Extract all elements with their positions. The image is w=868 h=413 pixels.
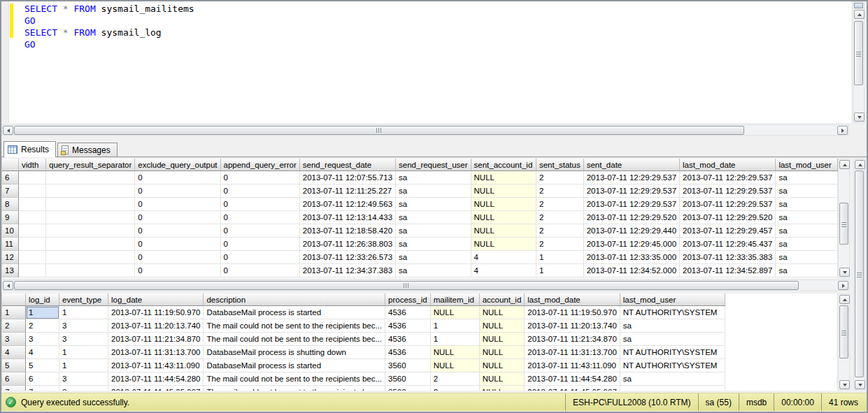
row-header[interactable]: 6 — [2, 171, 19, 184]
grid-cell[interactable]: 2013-07-11 11:43:11.090 — [525, 359, 620, 372]
grid-cell[interactable]: 2013-07-11 12:29:29.537 — [584, 198, 680, 211]
grid-cell[interactable]: NULL — [431, 306, 480, 319]
grid-cell[interactable]: DatabaseMail process is started — [204, 306, 385, 319]
grid-cell[interactable] — [46, 171, 135, 184]
grid-cell[interactable]: 7 — [26, 386, 59, 391]
column-header[interactable]: log_date — [108, 294, 204, 306]
grid-cell[interactable]: 2013-07-11 12:29:29.537 — [584, 184, 680, 198]
grid-cell[interactable]: 4536 — [385, 306, 431, 319]
grid-cell[interactable]: 3 — [59, 372, 108, 386]
grid-cell[interactable]: sa — [776, 198, 838, 211]
grid-cell[interactable]: sa — [620, 333, 725, 346]
grid-cell[interactable] — [46, 184, 135, 198]
grid-cell[interactable]: 0 — [135, 198, 220, 211]
scroll-up-button[interactable] — [854, 10, 865, 19]
grid-cell[interactable]: 2013-07-11 11:21:34.870 — [525, 333, 620, 346]
grid-cell[interactable]: 0 — [221, 238, 300, 251]
editor-vertical-scrollbar[interactable] — [853, 1, 865, 123]
row-header[interactable]: 3 — [2, 333, 26, 346]
scrollbar-thumb[interactable] — [839, 203, 848, 245]
scrollbar-thumb[interactable] — [14, 281, 799, 290]
grid-corner-cell[interactable] — [2, 294, 26, 306]
grid-cell[interactable]: 2013-07-11 11:20:13.740 — [525, 319, 620, 333]
grid-cell[interactable]: 4536 — [385, 319, 431, 333]
grid-cell[interactable]: 2013-07-11 11:31:13.700 — [525, 346, 620, 359]
grid-cell[interactable]: 2013-07-11 12:34:52.897 — [680, 264, 776, 277]
grid-cell[interactable]: The mail could not be sent to the recipi… — [204, 333, 385, 346]
row-header[interactable]: 8 — [2, 198, 19, 211]
grid-cell[interactable]: 0 — [221, 211, 300, 224]
grid-cell[interactable]: 2013-07-11 12:29:29.520 — [584, 211, 680, 224]
grid-cell[interactable]: NT AUTHORITY\SYSTEM — [620, 346, 725, 359]
grid-cell[interactable]: 4536 — [385, 333, 431, 346]
scroll-down-button[interactable] — [855, 380, 865, 389]
editor-splitter-handle[interactable] — [854, 3, 863, 8]
grid-cell[interactable]: The mail could not be sent to the recipi… — [204, 386, 385, 391]
grid-cell[interactable] — [19, 264, 46, 277]
grid-cell[interactable] — [19, 198, 46, 211]
grid-cell[interactable]: 2013-07-11 12:07:55.713 — [300, 171, 396, 184]
grid-cell[interactable]: 3 — [59, 319, 108, 333]
scroll-right-button[interactable] — [837, 126, 848, 135]
grid-cell[interactable]: sa — [620, 372, 725, 386]
scroll-left-button[interactable] — [3, 281, 13, 290]
grid-cell[interactable]: sa — [776, 171, 838, 184]
grid-cell[interactable]: DatabaseMail process is shutting down — [204, 346, 385, 359]
grid-cell[interactable]: 3560 — [385, 372, 431, 386]
grid-cell[interactable] — [19, 238, 46, 251]
grid-cell[interactable]: 0 — [221, 184, 300, 198]
grid-cell[interactable]: 2013-07-11 11:44:54.280 — [525, 372, 620, 386]
log-grid-vertical-scrollbar[interactable] — [838, 294, 850, 391]
grid-cell[interactable]: 2013-07-11 12:29:45.437 — [680, 238, 776, 251]
grid-cell[interactable]: sa — [776, 224, 838, 238]
sql-editor-pane[interactable]: SELECT * FROM sysmail_mailitemsGOSELECT … — [1, 1, 851, 123]
grid-cell[interactable]: 1 — [536, 251, 584, 264]
grid-cell[interactable]: 2013-07-11 11:31:13.700 — [108, 346, 204, 359]
scroll-right-button[interactable] — [838, 281, 848, 290]
grid-cell[interactable]: sa — [776, 264, 838, 277]
grid-cell[interactable]: 2013-07-11 11:45:05.997 — [525, 386, 620, 391]
grid-cell[interactable]: 4 — [471, 264, 536, 277]
grid-cell[interactable]: 0 — [135, 224, 220, 238]
grid-cell[interactable]: 2013-07-11 12:33:35.000 — [584, 251, 680, 264]
grid-cell[interactable]: The mail could not be sent to the recipi… — [204, 319, 385, 333]
grid-cell[interactable] — [46, 211, 135, 224]
grid-cell[interactable]: 3 — [59, 333, 108, 346]
grid-cell[interactable]: 1 — [59, 359, 108, 372]
grid-cell[interactable]: The mail could not be sent to the recipi… — [204, 372, 385, 386]
grid-cell[interactable] — [46, 264, 135, 277]
column-header[interactable]: sent_account_id — [471, 159, 536, 171]
grid-cell[interactable]: sa — [396, 211, 471, 224]
grid-cell[interactable]: 2013-07-11 11:21:34.870 — [108, 333, 204, 346]
column-header[interactable]: sent_date — [584, 159, 680, 171]
sql-editor-text[interactable]: SELECT * FROM sysmail_mailitemsGOSELECT … — [24, 3, 194, 50]
grid-cell[interactable]: 2013-07-11 12:26:38.803 — [300, 238, 396, 251]
grid-cell[interactable]: 2 — [536, 211, 584, 224]
column-header[interactable]: account_id — [480, 294, 525, 306]
grid-cell[interactable]: 2013-07-11 12:29:29.537 — [680, 171, 776, 184]
grid-cell[interactable] — [46, 251, 135, 264]
column-header[interactable]: last_mod_date — [680, 159, 776, 171]
grid-cell[interactable]: sa — [620, 319, 725, 333]
grid-cell[interactable]: 2013-07-11 12:12:49.563 — [300, 198, 396, 211]
grid-cell[interactable]: 2013-07-11 12:34:52.000 — [584, 264, 680, 277]
column-header[interactable]: exclude_query_output — [135, 159, 220, 171]
grid-cell[interactable]: 2013-07-11 11:45:05.997 — [108, 386, 204, 391]
grid-cell[interactable]: 2 — [536, 198, 584, 211]
grid-cell[interactable]: 2 — [536, 171, 584, 184]
grid-cell[interactable] — [19, 211, 46, 224]
grid-cell[interactable]: 4536 — [385, 346, 431, 359]
grid-cell[interactable]: 0 — [221, 171, 300, 184]
grid-cell[interactable]: NULL — [480, 359, 525, 372]
grid-cell[interactable]: 0 — [135, 238, 220, 251]
scroll-left-button[interactable] — [3, 126, 13, 135]
editor-results-splitter[interactable] — [1, 136, 867, 140]
mailitems-grid-horizontal-scrollbar[interactable] — [1, 280, 850, 291]
grid-cell[interactable]: 4 — [471, 251, 536, 264]
row-header[interactable]: 9 — [2, 211, 19, 224]
grid-cell[interactable]: 2013-07-11 12:29:45.000 — [584, 238, 680, 251]
grid-cell[interactable]: NULL — [431, 359, 480, 372]
grid-cell[interactable]: 2013-07-11 12:29:29.520 — [680, 211, 776, 224]
grid-cell[interactable]: NT AUTHORITY\SYSTEM — [620, 359, 725, 372]
row-header[interactable]: 1 — [2, 306, 26, 319]
